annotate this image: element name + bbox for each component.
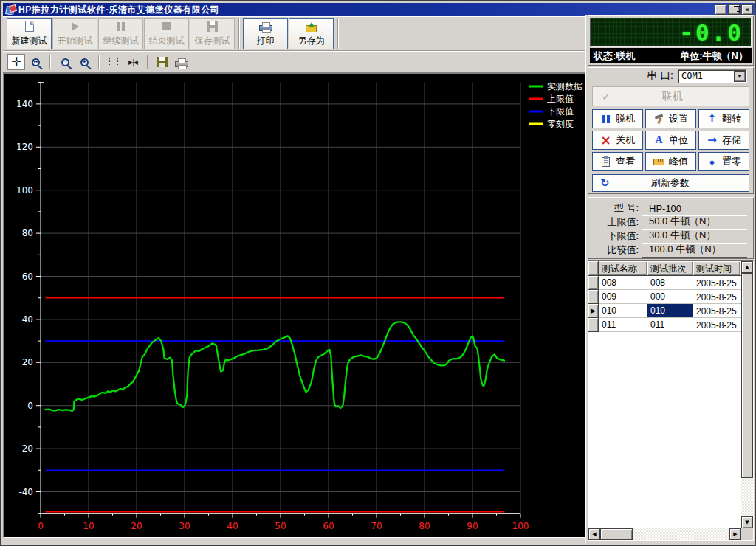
zoom-out-icon: − — [61, 58, 69, 66]
restore-button[interactable] — [728, 4, 740, 15]
power-off-button[interactable]: ×关机 — [592, 131, 643, 150]
y-tick-label: -20 — [18, 443, 33, 454]
table-cell[interactable]: 010 — [599, 304, 647, 318]
unit-label: 单位:牛顿（N） — [680, 49, 748, 63]
table-cell[interactable]: 2005-8-25 下 — [693, 276, 740, 290]
new-test-button[interactable]: 新建测试 — [7, 18, 52, 49]
check-icon: ✓ — [602, 90, 611, 103]
column-header[interactable]: 测试时间 — [693, 261, 740, 276]
table-cell[interactable]: 008 — [647, 276, 693, 290]
legend-label: 零刻度 — [547, 119, 574, 129]
x-tick-label: 30 — [179, 521, 190, 531]
table-cell[interactable]: 2005-8-25 下 — [693, 290, 740, 304]
horizontal-scroll-thumb[interactable] — [600, 528, 633, 540]
scroll-up-icon[interactable]: ▲ — [741, 261, 753, 273]
flip-button[interactable]: ↑翻转 — [698, 109, 749, 128]
end-test-label: 结束测试 — [149, 35, 185, 47]
table-cell[interactable]: 000 — [647, 290, 693, 304]
floppy-icon — [207, 20, 218, 32]
zoom-in-button[interactable]: + — [75, 54, 93, 70]
select-region-button[interactable] — [105, 54, 123, 70]
scroll-left-icon[interactable]: ◀ — [588, 528, 600, 540]
connect-button[interactable]: ✓ 联机 — [592, 86, 749, 106]
chevron-down-icon[interactable]: ▼ — [734, 71, 746, 82]
command-button-grid: 脱机设置↑翻转×关机A单位→存储查看峰值●置零 — [592, 109, 749, 171]
settings-label: 设置 — [669, 112, 688, 125]
store-button[interactable]: →存储 — [698, 131, 749, 150]
row-selector-cell[interactable] — [588, 276, 599, 290]
table-cell[interactable]: 011 — [647, 318, 693, 332]
y-tick-label: 80 — [22, 228, 33, 238]
test-table-container: 测试名称测试批次测试时间0080082005-8-25 下0090002005-… — [588, 260, 754, 541]
table-cell[interactable]: 010 — [647, 304, 693, 318]
printer-icon — [259, 20, 272, 32]
row-selector-cell[interactable] — [588, 318, 599, 332]
table-row[interactable]: 0080082005-8-25 下 — [588, 276, 741, 290]
settings-button[interactable]: 设置 — [645, 109, 696, 128]
horizontal-scrollbar[interactable]: ◀ ▶ — [588, 528, 741, 540]
table-cell[interactable]: 011 — [599, 318, 647, 332]
y-tick-label: 140 — [16, 99, 33, 109]
ruler-icon — [653, 156, 664, 167]
zoom-window-button[interactable]: ↔ — [27, 54, 44, 70]
peak-button[interactable]: 峰值 — [645, 152, 696, 171]
serial-port-value: COM1 — [678, 71, 734, 81]
param-label: 下限值: — [593, 229, 639, 243]
display-statusbar: 状态:联机 单位:牛顿（N） — [590, 48, 752, 63]
x-red-icon: × — [600, 135, 611, 145]
table-row[interactable]: 0110112005-8-25 下 — [588, 318, 741, 332]
unit-button[interactable]: A单位 — [645, 131, 696, 150]
serial-port-select[interactable]: COM1 ▼ — [678, 69, 747, 83]
x-tick-label: 40 — [227, 521, 238, 531]
table-row[interactable]: 0090002005-8-25 下 — [588, 290, 741, 304]
row-selector-cell[interactable]: ▶ — [588, 304, 599, 318]
view-label: 查看 — [616, 155, 635, 168]
column-header[interactable]: 测试名称 — [599, 261, 647, 276]
save-as-icon — [306, 25, 317, 32]
vertical-scroll-thumb[interactable] — [741, 273, 753, 478]
zoom-in-icon: + — [80, 58, 89, 66]
print-button[interactable]: 打印 — [243, 18, 288, 49]
offline-button[interactable]: 脱机 — [592, 109, 643, 128]
stop-icon — [162, 20, 171, 32]
save-as-button[interactable]: 另存为 — [289, 18, 334, 49]
save-chart-button[interactable] — [154, 54, 171, 70]
minimize-button[interactable]: _ — [715, 4, 726, 15]
print-chart-button[interactable] — [173, 54, 190, 70]
unit-label: 单位 — [669, 134, 688, 147]
fit-width-icon: ▶|◀ — [128, 59, 137, 66]
row-selector-cell[interactable] — [588, 290, 599, 304]
zero-button[interactable]: ●置零 — [698, 152, 749, 171]
toolbar-separator — [147, 55, 148, 69]
param-row-3: 比较值:100.0 牛顿（N） — [593, 243, 747, 258]
fit-width-button[interactable]: ▶|◀ — [124, 54, 142, 70]
scroll-down-icon[interactable]: ▼ — [741, 516, 753, 528]
clipboard-icon — [600, 156, 611, 167]
measured-data-series — [46, 322, 504, 411]
zoom-out-button[interactable]: − — [56, 54, 74, 70]
offline-label: 脱机 — [616, 112, 635, 125]
app-window: HP推拉力计测试软件-乐清市艾德堡仪器有限公司 _ × 新建测试开始测试继续测试… — [0, 0, 756, 546]
view-button[interactable]: 查看 — [592, 152, 643, 171]
y-tick-label: 0 — [27, 401, 33, 411]
x-tick-label: 100 — [512, 521, 529, 531]
pan-button[interactable]: ✛ — [7, 54, 25, 70]
param-label: 比较值: — [593, 243, 639, 258]
toolbar-separator — [337, 18, 339, 49]
table-cell[interactable]: 2005-8-25 下 — [693, 318, 740, 332]
table-cell[interactable]: 009 — [599, 290, 647, 304]
table-cell[interactable]: 008 — [599, 276, 647, 290]
save-as-icon — [306, 20, 317, 32]
param-label: 型 号: — [593, 201, 639, 215]
status-label: 状态:联机 — [594, 49, 635, 63]
toolbar-separator — [238, 18, 240, 49]
vertical-scrollbar[interactable]: ▲ ▼ — [741, 261, 753, 528]
table-cell[interactable]: 2005-8-25 下 — [693, 304, 740, 318]
param-value: 100.0 牛顿（N） — [642, 243, 747, 258]
stop-icon — [162, 22, 171, 30]
refresh-params-button[interactable]: ↻ 刷新参数 — [592, 174, 749, 192]
close-button[interactable]: × — [741, 4, 753, 15]
scroll-right-icon[interactable]: ▶ — [729, 528, 741, 540]
column-header[interactable]: 测试批次 — [647, 261, 693, 276]
table-row[interactable]: ▶0100102005-8-25 下 — [588, 304, 741, 318]
